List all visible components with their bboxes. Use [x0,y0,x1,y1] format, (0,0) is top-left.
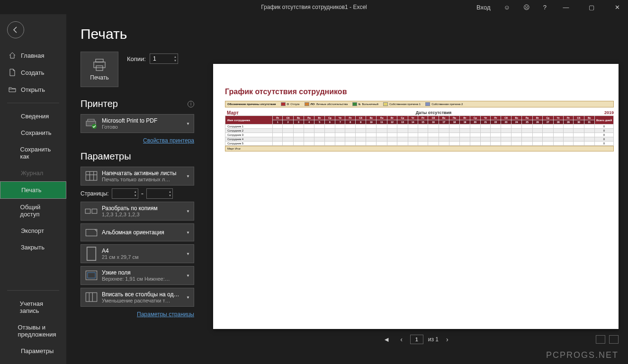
nav-open[interactable]: Открыть [0,81,66,98]
nav-divider-bottom [7,290,59,291]
legend-row: Обозначение причины отсутствия О ОтпускЛ… [225,101,614,107]
minimize-button[interactable]: — [555,2,577,13]
info-icon[interactable]: i [188,101,194,107]
chevron-down-icon: ▼ [186,122,190,126]
nav-saveas[interactable]: Сохранить как [0,141,66,165]
printer-section-title: Принтер [81,98,118,109]
orientation-dropdown[interactable]: Альбомная ориентация ▼ [81,223,194,241]
page-title: Печать [81,26,194,42]
prev-page-button[interactable]: ‹ [397,335,405,344]
login-link[interactable]: Вход [472,2,495,13]
pages-from-spinner[interactable]: ▲▼ [112,188,138,199]
calendar-month: Март [225,110,272,115]
svg-rect-10 [85,209,90,213]
face-happy-icon[interactable]: ☺ [499,2,514,13]
face-sad-icon[interactable]: ☹ [519,2,535,13]
nav-new[interactable]: Создать [0,64,66,81]
nav-divider [7,103,59,103]
doc-title: График отсутствия сотрудников [225,88,614,96]
svg-rect-6 [86,172,97,181]
calendar-dates-title: Даты отсутствия [272,110,595,115]
printer-dropdown[interactable]: Microsoft Print to PDF Готово ▼ [81,114,194,133]
zoom-to-page-button[interactable] [609,335,619,344]
nav-save[interactable]: Сохранить [0,124,66,141]
calendar-year: 2019 [595,110,614,115]
backstage-sidebar: Главная Создать Открыть Сведения Сохрани… [0,14,66,364]
nav-options[interactable]: Параметры [0,343,66,359]
nav-print[interactable]: Печать [0,181,66,199]
scaling-dropdown[interactable]: Вписать все столбцы на од… Уменьшение ра… [81,288,194,307]
collate-icon [85,205,98,217]
current-page-input[interactable] [410,335,423,344]
pages-to-spinner[interactable]: ▲▼ [146,188,173,199]
page-icon [85,248,98,259]
show-margins-button[interactable] [596,335,605,344]
nav-history: Журнал [0,165,66,181]
pages-label: Страницы: [81,190,109,197]
svg-rect-11 [92,209,97,213]
preview-page: График отсутствия сотрудников Обозначени… [213,64,619,329]
copies-label: Копии: [127,55,146,62]
scaling-icon [85,292,98,303]
print-settings: Печать Печать Копии: ▲▼ Принтер i [66,14,204,364]
print-what-dropdown[interactable]: Напечатать активные листы Печать только … [81,167,194,186]
print-preview: График отсутствия сотрудников Обозначени… [204,14,628,364]
copies-spinner[interactable]: ▲▼ [150,53,178,64]
nav-close[interactable]: Закрыть [0,239,66,256]
page-of-label: из 1 [428,336,439,343]
next-page-button[interactable]: › [443,335,451,344]
nav-feedback[interactable]: Отзывы и предложения [0,319,66,343]
margins-icon [85,270,98,281]
margins-dropdown[interactable]: Узкие поля Верхнее: 1,91 см Нижнее:… ▼ [81,266,194,285]
nav-account[interactable]: Учетная запись [0,295,66,319]
preview-footer: ◄ ‹ из 1 › [213,335,619,344]
document-title: График отсутствия сотрудников1 - Excel [261,4,367,10]
svg-rect-13 [87,247,96,260]
maximize-button[interactable]: ▢ [581,2,602,13]
page-setup-link[interactable]: Параметры страницы [137,311,194,318]
printer-status-icon [85,118,98,129]
summary-row: Март Итог [225,146,614,151]
close-button[interactable]: ✕ [606,2,628,13]
paper-size-dropdown[interactable]: A4 21 см x 29,7 см ▼ [81,244,194,263]
svg-rect-16 [86,293,97,302]
collate-dropdown[interactable]: Разобрать по копиям 1,2,3 1,2,3 1,2,3 ▼ [81,202,194,221]
print-button[interactable]: Печать [81,52,118,87]
nav-home[interactable]: Главная [0,47,66,64]
titlebar: График отсутствия сотрудников1 - Excel В… [0,0,628,14]
landscape-icon [85,227,98,238]
sheets-icon [85,170,98,182]
svg-rect-2 [96,66,103,71]
svg-rect-3 [88,119,94,121]
printer-properties-link[interactable]: Свойства принтера [143,137,194,144]
printer-icon [92,58,107,71]
svg-rect-12 [86,229,97,236]
calendar-table: Имя сотрудникаПтСбВсПнВтСрЧтПтСбВсПнВтСр… [225,115,614,146]
back-button[interactable] [7,21,24,38]
watermark: PCPROGS.NET [546,350,619,360]
parameters-section-title: Параметры [81,151,131,162]
svg-rect-0 [96,59,103,62]
svg-rect-1 [94,62,105,68]
nav-info[interactable]: Сведения [0,108,66,124]
help-button[interactable]: ? [538,2,551,13]
folder-open-icon [9,86,16,93]
first-page-button[interactable]: ◄ [380,335,393,344]
nav-export[interactable]: Экспорт [0,222,66,239]
nav-share[interactable]: Общий доступ [0,199,66,222]
document-icon [9,69,16,76]
svg-rect-15 [88,273,95,278]
copies-input[interactable] [150,55,169,62]
home-icon [9,52,16,59]
